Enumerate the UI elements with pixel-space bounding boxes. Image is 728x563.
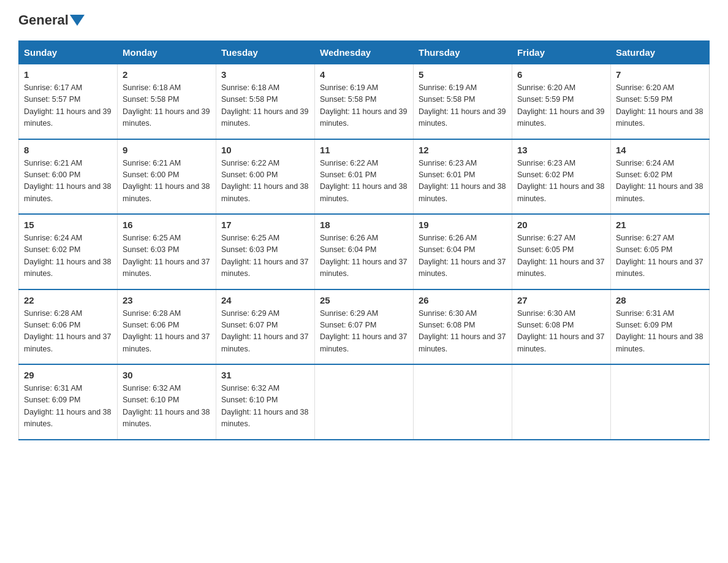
- calendar-day-cell: 20 Sunrise: 6:27 AM Sunset: 6:05 PM Dayl…: [512, 214, 611, 289]
- day-number: 17: [221, 220, 309, 230]
- calendar-day-cell: 7 Sunrise: 6:20 AM Sunset: 5:59 PM Dayli…: [611, 64, 710, 139]
- day-info: Sunrise: 6:31 AM Sunset: 6:09 PM Dayligh…: [616, 308, 704, 356]
- header-sunday: Sunday: [19, 41, 118, 64]
- day-info: Sunrise: 6:24 AM Sunset: 6:02 PM Dayligh…: [24, 232, 112, 280]
- day-info: Sunrise: 6:18 AM Sunset: 5:58 PM Dayligh…: [123, 82, 211, 130]
- day-info: Sunrise: 6:19 AM Sunset: 5:58 PM Dayligh…: [320, 82, 408, 130]
- day-number: 6: [517, 69, 605, 80]
- day-number: 15: [24, 220, 112, 230]
- calendar-day-cell: 1 Sunrise: 6:17 AM Sunset: 5:57 PM Dayli…: [19, 64, 118, 139]
- calendar-day-cell: 31 Sunrise: 6:32 AM Sunset: 6:10 PM Dayl…: [216, 364, 315, 440]
- day-number: 23: [123, 295, 211, 305]
- calendar-day-cell: 18 Sunrise: 6:26 AM Sunset: 6:04 PM Dayl…: [315, 214, 414, 289]
- calendar-day-cell: 26 Sunrise: 6:30 AM Sunset: 6:08 PM Dayl…: [414, 289, 512, 365]
- calendar-day-cell: 29 Sunrise: 6:31 AM Sunset: 6:09 PM Dayl…: [19, 364, 118, 440]
- day-info: Sunrise: 6:29 AM Sunset: 6:07 PM Dayligh…: [320, 308, 408, 356]
- day-number: 24: [221, 295, 309, 305]
- calendar-day-cell: 28 Sunrise: 6:31 AM Sunset: 6:09 PM Dayl…: [611, 289, 710, 365]
- day-info: Sunrise: 6:28 AM Sunset: 6:06 PM Dayligh…: [123, 308, 211, 356]
- calendar-day-cell: 12 Sunrise: 6:23 AM Sunset: 6:01 PM Dayl…: [414, 139, 512, 215]
- day-info: Sunrise: 6:29 AM Sunset: 6:07 PM Dayligh…: [221, 308, 309, 356]
- day-number: 22: [24, 295, 112, 305]
- day-info: Sunrise: 6:30 AM Sunset: 6:08 PM Dayligh…: [419, 308, 507, 356]
- calendar-day-cell: 8 Sunrise: 6:21 AM Sunset: 6:00 PM Dayli…: [19, 139, 118, 215]
- calendar-day-cell: 25 Sunrise: 6:29 AM Sunset: 6:07 PM Dayl…: [315, 289, 414, 365]
- day-info: Sunrise: 6:23 AM Sunset: 6:02 PM Dayligh…: [517, 158, 605, 205]
- day-number: 31: [221, 370, 309, 380]
- calendar-day-cell: [414, 364, 512, 440]
- day-info: Sunrise: 6:25 AM Sunset: 6:03 PM Dayligh…: [221, 232, 309, 280]
- day-number: 12: [419, 145, 507, 155]
- day-info: Sunrise: 6:26 AM Sunset: 6:04 PM Dayligh…: [320, 232, 408, 280]
- day-number: 1: [24, 69, 112, 80]
- calendar-day-cell: [512, 364, 611, 440]
- calendar-day-cell: 13 Sunrise: 6:23 AM Sunset: 6:02 PM Dayl…: [512, 139, 611, 215]
- day-number: 30: [123, 370, 211, 380]
- day-info: Sunrise: 6:32 AM Sunset: 6:10 PM Dayligh…: [221, 383, 309, 431]
- day-number: 5: [419, 69, 507, 80]
- header-tuesday: Tuesday: [216, 41, 315, 64]
- day-info: Sunrise: 6:27 AM Sunset: 6:05 PM Dayligh…: [616, 232, 704, 280]
- day-number: 27: [517, 295, 605, 305]
- calendar-week-row: 22 Sunrise: 6:28 AM Sunset: 6:06 PM Dayl…: [19, 289, 710, 365]
- day-number: 9: [123, 145, 211, 155]
- day-number: 13: [517, 145, 605, 155]
- day-info: Sunrise: 6:17 AM Sunset: 5:57 PM Dayligh…: [24, 82, 112, 130]
- calendar-day-cell: 3 Sunrise: 6:18 AM Sunset: 5:58 PM Dayli…: [216, 64, 315, 139]
- calendar-week-row: 8 Sunrise: 6:21 AM Sunset: 6:00 PM Dayli…: [19, 139, 710, 215]
- day-info: Sunrise: 6:21 AM Sunset: 6:00 PM Dayligh…: [123, 158, 211, 205]
- day-number: 20: [517, 220, 605, 230]
- day-info: Sunrise: 6:31 AM Sunset: 6:09 PM Dayligh…: [24, 383, 112, 431]
- day-number: 14: [616, 145, 704, 155]
- calendar-day-cell: 30 Sunrise: 6:32 AM Sunset: 6:10 PM Dayl…: [118, 364, 216, 440]
- day-info: Sunrise: 6:23 AM Sunset: 6:01 PM Dayligh…: [419, 158, 507, 205]
- calendar-day-cell: 14 Sunrise: 6:24 AM Sunset: 6:02 PM Dayl…: [611, 139, 710, 215]
- day-info: Sunrise: 6:26 AM Sunset: 6:04 PM Dayligh…: [419, 232, 507, 280]
- day-number: 2: [123, 69, 211, 80]
- logo-general-text: General: [18, 12, 69, 28]
- header-saturday: Saturday: [611, 41, 710, 64]
- calendar-day-cell: 10 Sunrise: 6:22 AM Sunset: 6:00 PM Dayl…: [216, 139, 315, 215]
- day-number: 25: [320, 295, 408, 305]
- calendar-day-cell: 4 Sunrise: 6:19 AM Sunset: 5:58 PM Dayli…: [315, 64, 414, 139]
- day-number: 18: [320, 220, 408, 230]
- day-info: Sunrise: 6:25 AM Sunset: 6:03 PM Dayligh…: [123, 232, 211, 280]
- day-info: Sunrise: 6:18 AM Sunset: 5:58 PM Dayligh…: [221, 82, 309, 130]
- calendar-day-cell: 24 Sunrise: 6:29 AM Sunset: 6:07 PM Dayl…: [216, 289, 315, 365]
- calendar-day-cell: 17 Sunrise: 6:25 AM Sunset: 6:03 PM Dayl…: [216, 214, 315, 289]
- day-number: 4: [320, 69, 408, 80]
- header-friday: Friday: [512, 41, 611, 64]
- day-number: 7: [616, 69, 704, 80]
- day-info: Sunrise: 6:27 AM Sunset: 6:05 PM Dayligh…: [517, 232, 605, 280]
- day-number: 16: [123, 220, 211, 230]
- calendar-day-cell: 9 Sunrise: 6:21 AM Sunset: 6:00 PM Dayli…: [118, 139, 216, 215]
- day-number: 10: [221, 145, 309, 155]
- calendar-day-cell: 27 Sunrise: 6:30 AM Sunset: 6:08 PM Dayl…: [512, 289, 611, 365]
- header-thursday: Thursday: [414, 41, 512, 64]
- page-header: General: [18, 12, 710, 28]
- calendar-day-cell: 2 Sunrise: 6:18 AM Sunset: 5:58 PM Dayli…: [118, 64, 216, 139]
- logo-arrow-icon: [70, 15, 85, 26]
- logo: General: [18, 12, 86, 28]
- day-info: Sunrise: 6:22 AM Sunset: 6:00 PM Dayligh…: [221, 158, 309, 205]
- calendar-day-cell: 6 Sunrise: 6:20 AM Sunset: 5:59 PM Dayli…: [512, 64, 611, 139]
- calendar-day-cell: 16 Sunrise: 6:25 AM Sunset: 6:03 PM Dayl…: [118, 214, 216, 289]
- header-monday: Monday: [118, 41, 216, 64]
- day-number: 19: [419, 220, 507, 230]
- calendar-day-cell: 23 Sunrise: 6:28 AM Sunset: 6:06 PM Dayl…: [118, 289, 216, 365]
- day-info: Sunrise: 6:20 AM Sunset: 5:59 PM Dayligh…: [517, 82, 605, 130]
- day-number: 29: [24, 370, 112, 380]
- day-number: 21: [616, 220, 704, 230]
- day-info: Sunrise: 6:28 AM Sunset: 6:06 PM Dayligh…: [24, 308, 112, 356]
- day-number: 3: [221, 69, 309, 80]
- day-info: Sunrise: 6:20 AM Sunset: 5:59 PM Dayligh…: [616, 82, 704, 130]
- day-number: 28: [616, 295, 704, 305]
- calendar-table: SundayMondayTuesdayWednesdayThursdayFrid…: [18, 40, 710, 440]
- calendar-day-cell: 5 Sunrise: 6:19 AM Sunset: 5:58 PM Dayli…: [414, 64, 512, 139]
- day-info: Sunrise: 6:19 AM Sunset: 5:58 PM Dayligh…: [419, 82, 507, 130]
- day-info: Sunrise: 6:22 AM Sunset: 6:01 PM Dayligh…: [320, 158, 408, 205]
- calendar-day-cell: 22 Sunrise: 6:28 AM Sunset: 6:06 PM Dayl…: [19, 289, 118, 365]
- day-info: Sunrise: 6:30 AM Sunset: 6:08 PM Dayligh…: [517, 308, 605, 356]
- calendar-day-cell: 21 Sunrise: 6:27 AM Sunset: 6:05 PM Dayl…: [611, 214, 710, 289]
- calendar-day-cell: 15 Sunrise: 6:24 AM Sunset: 6:02 PM Dayl…: [19, 214, 118, 289]
